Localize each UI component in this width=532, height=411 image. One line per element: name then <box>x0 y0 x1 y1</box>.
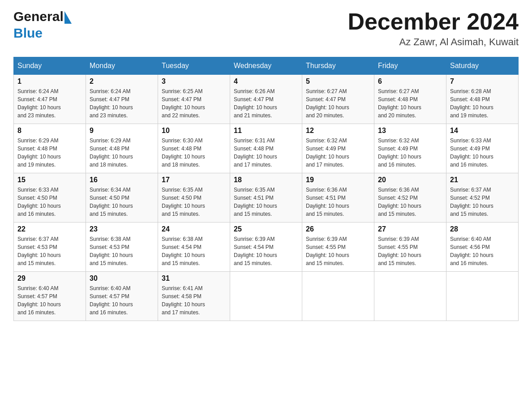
calendar-day-cell: 1 Sunrise: 6:24 AM Sunset: 4:47 PM Dayli… <box>14 75 86 124</box>
calendar-day-cell: 17 Sunrise: 6:35 AM Sunset: 4:50 PM Dayl… <box>158 173 230 223</box>
calendar-day-cell: 18 Sunrise: 6:35 AM Sunset: 4:51 PM Dayl… <box>230 173 302 223</box>
calendar-week-row: 1 Sunrise: 6:24 AM Sunset: 4:47 PM Dayli… <box>14 75 519 124</box>
calendar-day-cell: 13 Sunrise: 6:32 AM Sunset: 4:49 PM Dayl… <box>374 124 446 173</box>
day-number: 5 <box>306 77 370 86</box>
calendar-day-cell: 29 Sunrise: 6:40 AM Sunset: 4:57 PM Dayl… <box>14 272 86 321</box>
day-info: Sunrise: 6:25 AM Sunset: 4:47 PM Dayligh… <box>162 87 226 120</box>
calendar-day-cell <box>446 272 519 321</box>
day-info: Sunrise: 6:40 AM Sunset: 4:57 PM Dayligh… <box>90 284 154 317</box>
day-number: 21 <box>450 176 515 184</box>
header-monday: Monday <box>86 57 158 75</box>
day-number: 24 <box>162 225 226 233</box>
day-info: Sunrise: 6:37 AM Sunset: 4:52 PM Dayligh… <box>450 186 515 218</box>
location-text: Az Zawr, Al Asimah, Kuwait <box>348 36 519 48</box>
header-wednesday: Wednesday <box>230 57 302 75</box>
calendar-week-row: 8 Sunrise: 6:29 AM Sunset: 4:48 PM Dayli… <box>14 124 519 173</box>
calendar-day-cell: 8 Sunrise: 6:29 AM Sunset: 4:48 PM Dayli… <box>14 124 86 173</box>
day-info: Sunrise: 6:28 AM Sunset: 4:48 PM Dayligh… <box>450 87 515 120</box>
day-info: Sunrise: 6:30 AM Sunset: 4:48 PM Dayligh… <box>162 137 226 169</box>
calendar-day-cell: 2 Sunrise: 6:24 AM Sunset: 4:47 PM Dayli… <box>86 75 158 124</box>
logo-row1: General <box>13 9 72 26</box>
calendar-day-cell: 27 Sunrise: 6:39 AM Sunset: 4:55 PM Dayl… <box>374 223 446 272</box>
calendar-day-cell: 6 Sunrise: 6:27 AM Sunset: 4:48 PM Dayli… <box>374 75 446 124</box>
day-info: Sunrise: 6:32 AM Sunset: 4:49 PM Dayligh… <box>378 137 442 169</box>
day-info: Sunrise: 6:26 AM Sunset: 4:47 PM Dayligh… <box>234 87 298 120</box>
calendar-day-cell: 5 Sunrise: 6:27 AM Sunset: 4:47 PM Dayli… <box>302 75 374 124</box>
calendar-day-cell: 24 Sunrise: 6:38 AM Sunset: 4:54 PM Dayl… <box>158 223 230 272</box>
calendar-day-cell: 16 Sunrise: 6:34 AM Sunset: 4:50 PM Dayl… <box>86 173 158 223</box>
calendar-week-row: 29 Sunrise: 6:40 AM Sunset: 4:57 PM Dayl… <box>14 272 519 321</box>
day-number: 8 <box>17 127 82 135</box>
day-number: 1 <box>17 77 82 86</box>
day-number: 12 <box>306 127 370 135</box>
day-number: 11 <box>234 127 298 135</box>
day-info: Sunrise: 6:24 AM Sunset: 4:47 PM Dayligh… <box>90 87 154 120</box>
month-title: December 2024 <box>348 9 519 34</box>
calendar-day-cell: 11 Sunrise: 6:31 AM Sunset: 4:48 PM Dayl… <box>230 124 302 173</box>
day-info: Sunrise: 6:27 AM Sunset: 4:47 PM Dayligh… <box>306 87 370 120</box>
header-thursday: Thursday <box>302 57 374 75</box>
calendar-day-cell: 28 Sunrise: 6:40 AM Sunset: 4:56 PM Dayl… <box>446 223 519 272</box>
logo-row2: Blue <box>13 26 72 41</box>
day-number: 18 <box>234 176 298 184</box>
calendar-day-cell: 4 Sunrise: 6:26 AM Sunset: 4:47 PM Dayli… <box>230 75 302 124</box>
calendar-day-cell: 22 Sunrise: 6:37 AM Sunset: 4:53 PM Dayl… <box>14 223 86 272</box>
day-number: 6 <box>378 77 442 86</box>
calendar-day-cell: 15 Sunrise: 6:33 AM Sunset: 4:50 PM Dayl… <box>14 173 86 223</box>
calendar-day-cell: 26 Sunrise: 6:39 AM Sunset: 4:55 PM Dayl… <box>302 223 374 272</box>
day-number: 10 <box>162 127 226 135</box>
day-number: 2 <box>90 77 154 86</box>
day-number: 20 <box>378 176 442 184</box>
calendar-day-cell <box>302 272 374 321</box>
day-number: 28 <box>450 225 515 233</box>
weekday-header-row: Sunday Monday Tuesday Wednesday Thursday… <box>14 57 519 75</box>
calendar-day-cell: 23 Sunrise: 6:38 AM Sunset: 4:53 PM Dayl… <box>86 223 158 272</box>
day-info: Sunrise: 6:39 AM Sunset: 4:55 PM Dayligh… <box>306 235 370 267</box>
day-info: Sunrise: 6:32 AM Sunset: 4:49 PM Dayligh… <box>306 137 370 169</box>
day-info: Sunrise: 6:34 AM Sunset: 4:50 PM Dayligh… <box>90 186 154 218</box>
day-info: Sunrise: 6:36 AM Sunset: 4:52 PM Dayligh… <box>378 186 442 218</box>
day-info: Sunrise: 6:39 AM Sunset: 4:55 PM Dayligh… <box>378 235 442 267</box>
day-number: 30 <box>90 274 154 283</box>
calendar-day-cell: 10 Sunrise: 6:30 AM Sunset: 4:48 PM Dayl… <box>158 124 230 173</box>
day-number: 4 <box>234 77 298 86</box>
day-number: 7 <box>450 77 515 86</box>
day-info: Sunrise: 6:33 AM Sunset: 4:49 PM Dayligh… <box>450 137 515 169</box>
day-number: 23 <box>90 225 154 233</box>
day-info: Sunrise: 6:27 AM Sunset: 4:48 PM Dayligh… <box>378 87 442 120</box>
calendar-day-cell: 19 Sunrise: 6:36 AM Sunset: 4:51 PM Dayl… <box>302 173 374 223</box>
day-number: 22 <box>17 225 82 233</box>
day-info: Sunrise: 6:35 AM Sunset: 4:51 PM Dayligh… <box>234 186 298 218</box>
day-number: 16 <box>90 176 154 184</box>
day-info: Sunrise: 6:29 AM Sunset: 4:48 PM Dayligh… <box>17 137 82 169</box>
day-number: 15 <box>17 176 82 184</box>
calendar-day-cell: 7 Sunrise: 6:28 AM Sunset: 4:48 PM Dayli… <box>446 75 519 124</box>
day-info: Sunrise: 6:29 AM Sunset: 4:48 PM Dayligh… <box>90 137 154 169</box>
day-number: 31 <box>162 274 226 283</box>
day-number: 27 <box>378 225 442 233</box>
calendar-table: Sunday Monday Tuesday Wednesday Thursday… <box>13 57 519 321</box>
day-number: 13 <box>378 127 442 135</box>
logo-general-text: General <box>13 9 64 24</box>
day-info: Sunrise: 6:35 AM Sunset: 4:50 PM Dayligh… <box>162 186 226 218</box>
calendar-day-cell: 21 Sunrise: 6:37 AM Sunset: 4:52 PM Dayl… <box>446 173 519 223</box>
calendar-day-cell: 9 Sunrise: 6:29 AM Sunset: 4:48 PM Dayli… <box>86 124 158 173</box>
calendar-day-cell: 25 Sunrise: 6:39 AM Sunset: 4:54 PM Dayl… <box>230 223 302 272</box>
calendar-day-cell: 30 Sunrise: 6:40 AM Sunset: 4:57 PM Dayl… <box>86 272 158 321</box>
header-friday: Friday <box>374 57 446 75</box>
calendar-day-cell: 14 Sunrise: 6:33 AM Sunset: 4:49 PM Dayl… <box>446 124 519 173</box>
day-info: Sunrise: 6:24 AM Sunset: 4:47 PM Dayligh… <box>17 87 82 120</box>
calendar-day-cell: 12 Sunrise: 6:32 AM Sunset: 4:49 PM Dayl… <box>302 124 374 173</box>
day-info: Sunrise: 6:36 AM Sunset: 4:51 PM Dayligh… <box>306 186 370 218</box>
day-number: 17 <box>162 176 226 184</box>
header-saturday: Saturday <box>446 57 519 75</box>
calendar-day-cell: 31 Sunrise: 6:41 AM Sunset: 4:58 PM Dayl… <box>158 272 230 321</box>
header-sunday: Sunday <box>14 57 86 75</box>
day-info: Sunrise: 6:40 AM Sunset: 4:57 PM Dayligh… <box>17 284 82 317</box>
calendar-week-row: 15 Sunrise: 6:33 AM Sunset: 4:50 PM Dayl… <box>14 173 519 223</box>
day-info: Sunrise: 6:38 AM Sunset: 4:53 PM Dayligh… <box>90 235 154 267</box>
day-number: 14 <box>450 127 515 135</box>
day-number: 26 <box>306 225 370 233</box>
calendar-week-row: 22 Sunrise: 6:37 AM Sunset: 4:53 PM Dayl… <box>14 223 519 272</box>
day-info: Sunrise: 6:40 AM Sunset: 4:56 PM Dayligh… <box>450 235 515 267</box>
